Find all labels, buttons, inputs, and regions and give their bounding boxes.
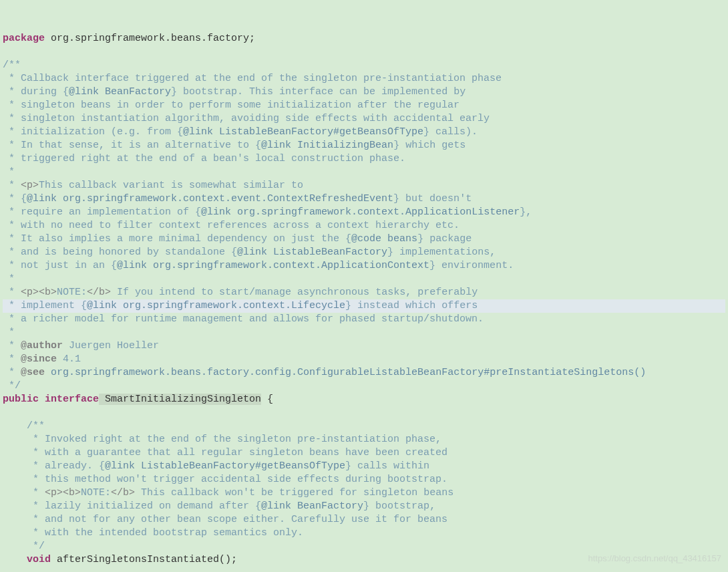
javadoc-author-tag: @author <box>21 340 63 351</box>
javadoc-line: } calls). <box>423 126 478 138</box>
javadoc-line: * <box>3 287 21 298</box>
javadoc-see-tag: @see <box>21 367 45 378</box>
javadoc-line: * not just in an { <box>3 260 117 271</box>
javadoc-since-tag: @since <box>21 353 57 365</box>
highlighted-line: * implement {@link org.springframework.c… <box>3 299 725 313</box>
javadoc-line: } package <box>417 233 472 245</box>
javadoc-line: * <box>3 340 21 351</box>
javadoc-link: @link ListableBeanFactory <box>237 247 387 258</box>
javadoc-link: @link BeanFactory <box>69 86 171 98</box>
javadoc-line: * In that sense, it is an alternative to… <box>3 140 261 151</box>
javadoc-line: * <box>3 166 15 178</box>
javadoc-line: * with no need to filter context referen… <box>3 220 460 231</box>
method-parens: (); <box>219 554 237 565</box>
javadoc-line: * <box>3 273 15 285</box>
javadoc-line: } but doesn't <box>393 193 472 204</box>
method-javadoc-line: This callback won't be triggered for sin… <box>135 487 453 498</box>
javadoc-link: @link InitializingBean <box>261 140 393 151</box>
html-tag: </b> <box>111 487 135 498</box>
author-name: Juergen Hoeller <box>63 340 159 351</box>
code-block: package org.springframework.beans.factor… <box>3 32 725 572</box>
javadoc-link: @link BeanFactory <box>261 500 363 512</box>
javadoc-line: * It also implies a more minimal depende… <box>3 233 351 245</box>
package-name: org.springframework.beans.factory <box>45 33 249 44</box>
keyword-package: package <box>3 33 45 44</box>
open-brace: { <box>261 394 273 405</box>
html-tag: </b> <box>87 287 111 298</box>
javadoc-link: @link org.springframework.context.Applic… <box>201 206 520 218</box>
method-javadoc-line: * already. { <box>3 460 105 472</box>
method-name: afterSingletonsInstantiated <box>51 554 219 565</box>
javadoc-link: @link ListableBeanFactory#getBeansOfType <box>105 460 345 472</box>
javadoc-link: @link org.springframework.context.event.… <box>27 193 393 204</box>
javadoc-line: * during { <box>3 86 69 98</box>
keyword-void: void <box>3 554 51 565</box>
javadoc-line: * <box>3 367 21 378</box>
method-javadoc-line: * <box>3 487 45 498</box>
note-label: NOTE: <box>81 487 111 498</box>
javadoc-line: This callback variant is somewhat simila… <box>39 180 303 191</box>
javadoc-line: * Callback interface triggered at the en… <box>3 73 502 84</box>
javadoc-link: @link ListableBeanFactory#getBeansOfType <box>183 126 423 138</box>
javadoc-line: * initialization (e.g. from { <box>3 126 183 138</box>
method-javadoc-line: * Invoked right at the end of the single… <box>3 434 441 445</box>
javadoc-line: * <box>3 327 15 338</box>
method-javadoc-line: * and not for any other bean scope eithe… <box>3 514 447 525</box>
javadoc-line: * implement { <box>3 300 87 311</box>
javadoc-line: } which gets <box>393 140 466 151</box>
javadoc-link: @link org.springframework.context.Applic… <box>117 260 429 271</box>
javadoc-line: If you intend to start/manage asynchrono… <box>111 287 478 298</box>
method-javadoc-line: * this method won't trigger accidental s… <box>3 474 447 485</box>
html-tag: <p><b> <box>21 287 57 298</box>
javadoc-line: } implementations, <box>387 247 496 258</box>
method-javadoc-line: * with a guarantee that all regular sing… <box>3 447 447 458</box>
javadoc-line: * singleton instantiation algorithm, avo… <box>3 113 490 124</box>
javadoc-line: * <box>3 353 21 365</box>
html-tag: <p> <box>21 180 39 191</box>
javadoc-line: * a richer model for runtime management … <box>3 313 484 325</box>
see-reference: org.springframework.beans.factory.config… <box>45 367 646 378</box>
interface-name: SmartInitializingSingleton <box>99 394 261 405</box>
javadoc-line: * and is being honored by standalone { <box>3 247 237 258</box>
note-label: NOTE: <box>57 287 87 298</box>
javadoc-code: @code beans <box>351 233 417 245</box>
javadoc-end: */ <box>3 380 21 392</box>
javadoc-line: } environment. <box>429 260 514 271</box>
javadoc-start: /** <box>3 59 21 71</box>
method-javadoc-start: /** <box>3 420 45 432</box>
javadoc-line: * { <box>3 193 27 204</box>
semicolon: ; <box>249 33 255 44</box>
method-javadoc-line: } calls within <box>345 460 429 472</box>
javadoc-line: } instead which offers <box>345 300 478 311</box>
keyword-public: public <box>3 394 39 405</box>
javadoc-line: * triggered right at the end of a bean's… <box>3 153 405 164</box>
watermark: https://blog.csdn.net/qq_43416157 <box>588 552 722 565</box>
since-version: 4.1 <box>57 353 81 365</box>
javadoc-line: }, <box>520 206 532 218</box>
javadoc-line: * require an implementation of { <box>3 206 201 218</box>
javadoc-line: * singleton beans in order to perform so… <box>3 100 460 111</box>
method-javadoc-line: * with the intended bootstrap semantics … <box>3 527 303 539</box>
method-javadoc-end: */ <box>3 541 45 552</box>
html-tag: <p><b> <box>45 487 81 498</box>
keyword-interface: interface <box>39 394 99 405</box>
javadoc-line: } bootstrap. This interface can be imple… <box>171 86 466 98</box>
method-javadoc-line: * lazily initialized on demand after { <box>3 500 261 512</box>
javadoc-line: * <box>3 180 21 191</box>
method-javadoc-line: } bootstrap, <box>363 500 435 512</box>
javadoc-link: @link org.springframework.context.Lifecy… <box>87 300 345 311</box>
